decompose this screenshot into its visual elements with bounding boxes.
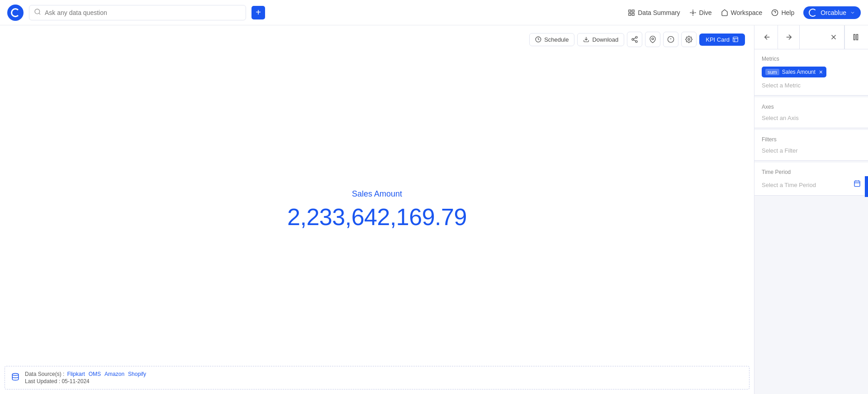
select-filter-placeholder[interactable]: Select a Filter — [762, 147, 861, 154]
data-source-icon — [11, 373, 19, 383]
metrics-label: Metrics — [762, 56, 861, 62]
dive-link[interactable]: Dive — [689, 9, 712, 16]
chart-area: Schedule Download KPI Card — [0, 25, 754, 394]
select-time-period-placeholder[interactable]: Select a Time Period — [762, 182, 816, 188]
top-navigation: + Data Summary Dive Workspace Help Orcab… — [0, 0, 868, 25]
filter-x-icon — [830, 33, 838, 41]
time-period-label: Time Period — [762, 169, 861, 175]
metric-tag[interactable]: sum Sales Amount × — [762, 67, 826, 77]
nav-actions: Data Summary Dive Workspace Help Orcablu… — [628, 6, 861, 19]
footer-content: Data Source(s) : Flipkart OMS Amazon Sho… — [25, 371, 146, 384]
svg-line-19 — [634, 38, 636, 39]
arrow-left-icon — [763, 33, 771, 41]
time-period-section: Time Period Select a Time Period — [754, 163, 868, 196]
footer-links: Flipkart OMS Amazon Shopify — [67, 371, 146, 377]
sources-label: Data Source(s) : — [25, 371, 64, 377]
source-flipkart[interactable]: Flipkart — [67, 371, 85, 377]
select-metric-placeholder[interactable]: Select a Metric — [762, 82, 861, 89]
svg-point-24 — [688, 38, 690, 40]
panel-header — [754, 25, 868, 49]
metric-prefix: sum — [765, 69, 779, 75]
info-icon — [667, 36, 674, 43]
svg-point-6 — [692, 12, 694, 14]
kpi-value: 2,233,642,169.79 — [287, 203, 467, 231]
search-bar[interactable] — [29, 5, 246, 20]
add-button[interactable]: + — [251, 6, 265, 19]
svg-point-20 — [652, 38, 654, 40]
plus-icon: + — [256, 7, 261, 18]
panel-filter-clear-button[interactable] — [823, 25, 844, 49]
kpi-card-label: KPI Card — [706, 36, 730, 43]
user-menu[interactable]: Orcablue — [803, 6, 861, 19]
schedule-button[interactable]: Schedule — [529, 33, 574, 46]
main-area: Schedule Download KPI Card — [0, 25, 868, 394]
svg-point-15 — [636, 36, 637, 38]
svg-rect-3 — [632, 10, 635, 12]
arrow-right-icon — [785, 33, 793, 41]
help-link[interactable]: Help — [771, 9, 794, 16]
kpi-display: Sales Amount 2,233,642,169.79 — [0, 53, 754, 366]
axes-label: Axes — [762, 104, 861, 110]
download-button[interactable]: Download — [577, 33, 624, 46]
svg-rect-5 — [632, 13, 635, 15]
app-logo[interactable] — [7, 5, 24, 21]
dive-label: Dive — [699, 9, 712, 16]
kpi-card-button[interactable]: KPI Card — [699, 34, 745, 46]
data-summary-link[interactable]: Data Summary — [628, 9, 680, 16]
share-button[interactable] — [627, 32, 642, 47]
clock-icon — [535, 36, 541, 43]
user-name: Orcablue — [821, 9, 846, 16]
svg-rect-33 — [854, 34, 855, 40]
svg-point-28 — [12, 373, 19, 375]
kpi-title: Sales Amount — [352, 189, 402, 199]
gear-icon — [685, 36, 693, 43]
metric-remove-button[interactable]: × — [819, 68, 823, 76]
panel-back-button[interactable] — [756, 25, 778, 49]
svg-rect-2 — [629, 10, 631, 12]
axes-section: Axes Select an Axis — [754, 97, 868, 128]
settings-button[interactable] — [681, 32, 697, 47]
svg-line-1 — [39, 13, 40, 14]
metric-value: Sales Amount — [782, 69, 816, 75]
last-updated: Last Updated : 05-11-2024 — [25, 378, 146, 384]
kpi-card-icon — [732, 36, 739, 43]
right-panel: Metrics sum Sales Amount × Select a Metr… — [754, 25, 868, 394]
download-icon — [583, 36, 589, 43]
filters-label: Filters — [762, 136, 861, 143]
pause-icon — [852, 33, 860, 41]
svg-point-17 — [636, 41, 637, 43]
workspace-link[interactable]: Workspace — [721, 9, 763, 16]
metrics-section: Metrics sum Sales Amount × Select a Metr… — [754, 49, 868, 96]
download-label: Download — [592, 36, 618, 43]
help-label: Help — [781, 9, 794, 16]
filters-section: Filters Select a Filter — [754, 130, 868, 161]
workspace-label: Workspace — [731, 9, 763, 16]
source-oms[interactable]: OMS — [89, 371, 101, 377]
svg-point-0 — [35, 9, 40, 14]
pin-button[interactable] — [645, 32, 660, 47]
chart-footer: Data Source(s) : Flipkart OMS Amazon Sho… — [5, 366, 749, 389]
schedule-label: Schedule — [544, 36, 569, 43]
svg-line-18 — [634, 40, 636, 41]
search-icon — [34, 8, 41, 17]
pin-icon — [649, 36, 656, 43]
search-input[interactable] — [45, 9, 241, 16]
panel-pause-button[interactable] — [844, 25, 866, 49]
chart-toolbar: Schedule Download KPI Card — [0, 25, 754, 53]
svg-point-16 — [632, 38, 634, 40]
share-icon — [631, 36, 638, 43]
select-axis-placeholder[interactable]: Select an Axis — [762, 115, 861, 121]
calendar-icon[interactable] — [854, 180, 861, 189]
source-shopify[interactable]: Shopify — [128, 371, 146, 377]
data-summary-label: Data Summary — [638, 9, 680, 16]
info-button[interactable] — [663, 32, 678, 47]
chevron-down-icon — [850, 10, 855, 15]
feedback-tab[interactable]: Feedback — [865, 176, 868, 197]
svg-rect-25 — [733, 37, 738, 42]
svg-rect-4 — [629, 13, 631, 15]
source-amazon[interactable]: Amazon — [104, 371, 124, 377]
svg-rect-34 — [856, 34, 858, 40]
user-avatar — [809, 9, 817, 17]
svg-rect-35 — [854, 181, 860, 187]
panel-forward-button[interactable] — [778, 25, 800, 49]
